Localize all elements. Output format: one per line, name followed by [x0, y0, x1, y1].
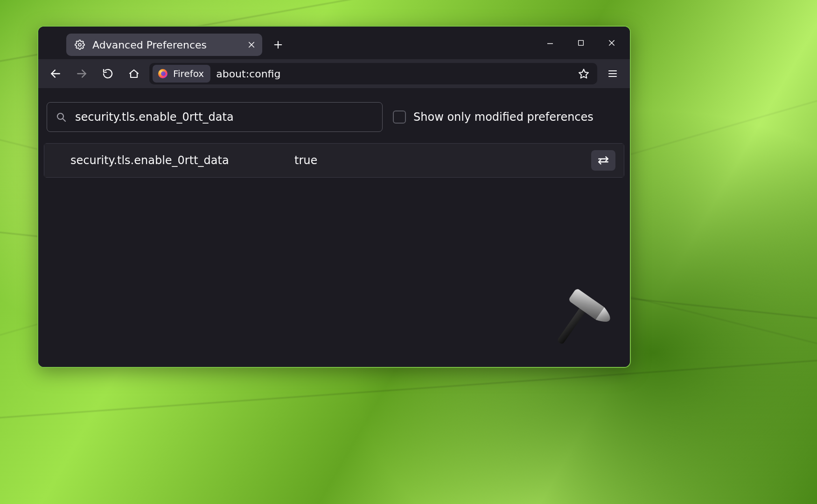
tab-advanced-preferences[interactable]: Advanced Preferences [66, 34, 262, 56]
search-icon [56, 111, 67, 123]
tab-title: Advanced Preferences [92, 39, 240, 51]
window-maximize-button[interactable] [566, 32, 595, 54]
toggle-preference-button[interactable] [591, 150, 615, 171]
navigation-toolbar: Firefox about:config [38, 59, 630, 88]
preference-search-box[interactable] [47, 102, 383, 132]
bookmark-button[interactable] [574, 64, 593, 83]
firefox-logo-icon [157, 68, 168, 79]
show-only-modified-label: Show only modified preferences [413, 110, 594, 124]
preference-row[interactable]: security.tls.enable_0rtt_data true [44, 144, 624, 177]
reload-button[interactable] [97, 63, 119, 84]
window-controls [536, 27, 626, 59]
checkbox-icon[interactable] [393, 110, 406, 124]
svg-line-18 [63, 118, 65, 121]
home-button[interactable] [123, 63, 145, 84]
address-bar[interactable]: Firefox about:config [149, 63, 597, 84]
preference-name: security.tls.enable_0rtt_data [70, 154, 285, 167]
svg-point-0 [78, 43, 81, 46]
firefox-window: Advanced Preferences [37, 26, 631, 368]
url-identity-chip[interactable]: Firefox [153, 65, 210, 83]
tab-bar: Advanced Preferences [38, 27, 630, 59]
preference-results-table: security.tls.enable_0rtt_data true [44, 143, 624, 178]
preference-search-row: Show only modified preferences [44, 102, 624, 132]
url-text: about:config [216, 68, 569, 80]
about-config-content: Show only modified preferences security.… [38, 88, 630, 367]
svg-rect-6 [579, 41, 584, 46]
preference-search-input[interactable] [74, 110, 374, 124]
new-tab-button[interactable] [269, 35, 287, 54]
close-tab-button[interactable] [247, 41, 256, 49]
url-identity-label: Firefox [173, 68, 204, 79]
svg-point-12 [161, 71, 166, 76]
back-button[interactable] [45, 63, 66, 84]
preference-value: true [294, 154, 582, 167]
window-minimize-button[interactable] [536, 32, 565, 54]
forward-button[interactable] [71, 63, 92, 84]
window-close-button[interactable] [597, 32, 626, 54]
gear-icon [75, 40, 85, 50]
svg-marker-13 [579, 69, 588, 78]
app-menu-button[interactable] [602, 63, 623, 84]
show-only-modified-toggle[interactable]: Show only modified preferences [393, 110, 594, 124]
desktop-background: Advanced Preferences [0, 0, 817, 504]
